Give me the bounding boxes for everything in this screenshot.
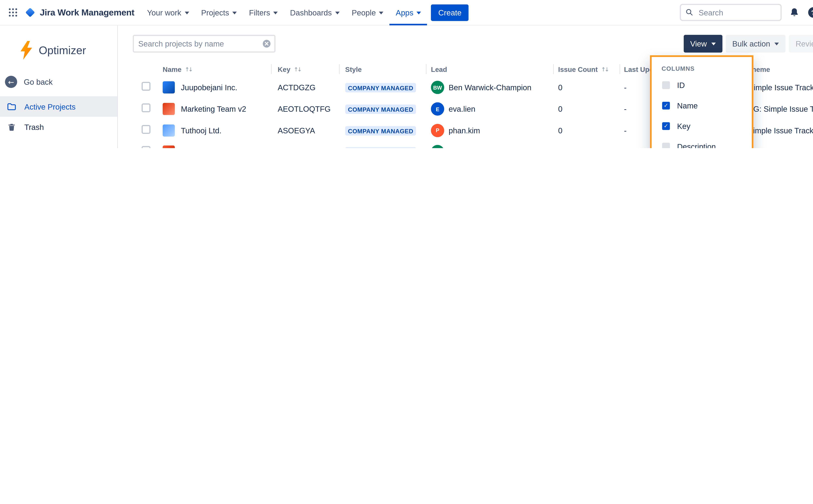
row-select-cell xyxy=(133,125,163,136)
style-cell: COMPANY MANAGED xyxy=(345,104,431,114)
arrow-left-icon: ← xyxy=(5,76,17,88)
chevron-down-icon xyxy=(379,11,384,14)
lead-name: eva.lien xyxy=(449,105,475,113)
sidebar-item-trash[interactable]: Trash xyxy=(0,117,117,137)
chevron-down-icon xyxy=(417,11,421,14)
sidebar-item-label: Active Projects xyxy=(24,102,76,111)
nav-projects[interactable]: Projects xyxy=(195,0,243,25)
go-back-label: Go back xyxy=(24,77,53,86)
name-cell: Marketing Team v2 xyxy=(163,103,278,115)
app-title: Jira Work Management xyxy=(40,7,134,17)
checkbox-icon[interactable] xyxy=(662,101,670,109)
style-badge: COMPANY MANAGED xyxy=(345,105,416,114)
chevron-down-icon xyxy=(185,11,189,14)
sort-icon[interactable]: ↑↓ xyxy=(601,66,608,72)
nav-label: Filters xyxy=(249,8,270,17)
row-select-cell xyxy=(133,146,163,148)
issue-count: 0 xyxy=(558,105,624,113)
columns-section-label: COLUMNS xyxy=(652,65,752,72)
header-label: Style xyxy=(345,66,362,73)
question-mark-icon: ? xyxy=(808,7,813,18)
nav-label: Apps xyxy=(396,8,413,17)
column-option[interactable]: Description xyxy=(652,136,752,148)
issue-count: 0 xyxy=(558,126,624,135)
global-search-input[interactable] xyxy=(680,4,782,21)
column-separator xyxy=(620,64,620,74)
checkbox-icon[interactable] xyxy=(662,122,670,130)
nav-label: People xyxy=(352,8,376,17)
header-label: Issue Count xyxy=(558,66,598,73)
row-checkbox[interactable] xyxy=(142,125,150,134)
bulk-action-label: Bulk action xyxy=(732,39,770,48)
chevron-down-icon xyxy=(273,11,278,14)
project-name[interactable]: Agfo Group xyxy=(181,147,220,148)
project-key: AEOTLOQTFG xyxy=(278,105,345,113)
header-issue-count[interactable]: Issue Count↑↓ xyxy=(558,66,624,73)
nav-apps[interactable]: Apps xyxy=(390,0,427,25)
row-checkbox[interactable] xyxy=(142,103,150,112)
sidebar-item-active-projects[interactable]: Active Projects xyxy=(0,96,117,117)
nav-filters[interactable]: Filters xyxy=(243,0,284,25)
go-back-button[interactable]: ← Go back xyxy=(0,72,117,92)
header-label: Key xyxy=(278,66,290,73)
column-separator xyxy=(271,64,272,74)
column-option[interactable]: Key xyxy=(652,116,752,136)
header-key[interactable]: Key↑↓ xyxy=(278,66,345,73)
style-cell: COMPANY MANAGED xyxy=(345,83,431,93)
nav-dashboards[interactable]: Dashboards xyxy=(284,0,346,25)
style-cell: COMPANY MANAGED xyxy=(345,125,431,135)
sidebar-item-label: Trash xyxy=(24,123,44,131)
jira-logo-icon xyxy=(24,7,36,18)
project-name[interactable]: Juupobejani Inc. xyxy=(181,83,237,92)
optimizer-title: Optimizer xyxy=(39,44,86,57)
project-name[interactable]: Marketing Team v2 xyxy=(181,105,246,113)
view-label: View xyxy=(690,39,707,48)
option-label: Description xyxy=(677,142,716,148)
lead-name: Ben Warwick-Champion xyxy=(449,83,531,92)
trash-icon xyxy=(6,123,17,131)
lead-cell: Pphan.kim xyxy=(431,124,558,137)
global-search xyxy=(680,4,782,21)
column-separator xyxy=(426,64,426,74)
project-name[interactable]: Tuthooj Ltd. xyxy=(181,126,221,135)
header-style: Style xyxy=(345,66,431,73)
row-select-cell xyxy=(133,103,163,114)
name-cell: Agfo Group xyxy=(163,146,278,148)
checkbox-icon[interactable] xyxy=(662,142,670,148)
style-badge: COMPANY MANAGED xyxy=(345,83,416,93)
option-label: Key xyxy=(677,121,690,130)
project-key: ASOEGYA xyxy=(278,126,345,135)
clear-search-icon[interactable] xyxy=(262,39,271,48)
column-option[interactable]: Name xyxy=(652,95,752,116)
sort-icon[interactable]: ↑↓ xyxy=(294,66,301,72)
nav-your-work[interactable]: Your work xyxy=(141,0,195,25)
project-icon xyxy=(163,81,175,94)
lead-avatar: E xyxy=(431,102,444,116)
row-checkbox[interactable] xyxy=(142,82,150,91)
lead-cell: Eeva.lien xyxy=(431,102,558,116)
lead-avatar: P xyxy=(431,124,444,137)
project-key: ACTDGZG xyxy=(278,83,345,92)
issue-count: 0 xyxy=(558,83,624,92)
app-switcher-icon[interactable] xyxy=(6,5,20,20)
create-button[interactable]: Create xyxy=(431,4,469,21)
view-button[interactable]: View xyxy=(684,35,722,53)
column-option[interactable]: ID xyxy=(652,75,752,95)
project-search-input[interactable] xyxy=(133,35,275,53)
review-changes-button[interactable]: Review changes xyxy=(789,35,813,53)
notifications-bell-icon[interactable] xyxy=(788,6,800,19)
topnav-right: ? JR xyxy=(680,4,813,21)
project-key: ASULSF xyxy=(278,147,345,148)
primary-nav: Your work Projects Filters Dashboards Pe… xyxy=(141,0,427,25)
checkbox-icon[interactable] xyxy=(662,81,670,89)
help-icon[interactable]: ? xyxy=(807,6,813,19)
bulk-action-button[interactable]: Bulk action xyxy=(726,35,786,53)
brand[interactable]: Jira Work Management xyxy=(24,7,134,18)
header-label: Name xyxy=(163,66,181,73)
header-name[interactable]: Name↑↓ xyxy=(163,66,278,73)
row-checkbox[interactable] xyxy=(142,146,150,148)
sort-icon[interactable]: ↑↓ xyxy=(185,66,192,72)
chevron-down-icon xyxy=(775,43,779,45)
nav-people[interactable]: People xyxy=(346,0,390,25)
header-lead: Lead xyxy=(431,66,558,73)
